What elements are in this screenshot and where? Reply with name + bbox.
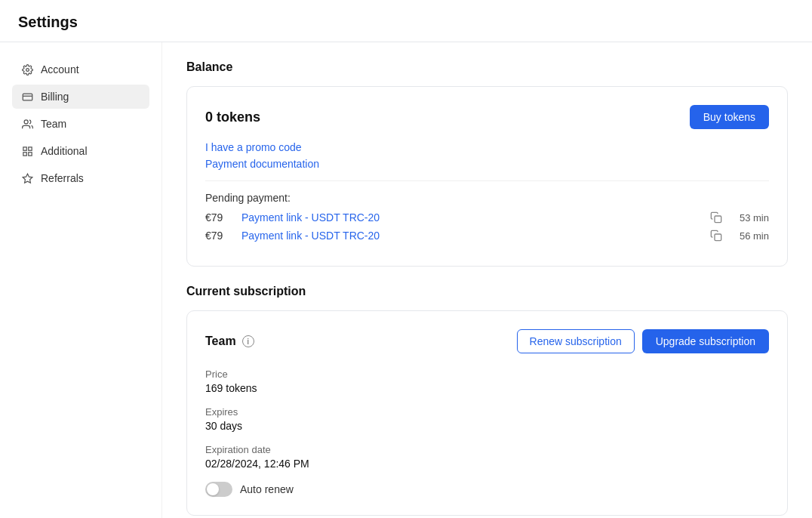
sidebar-item-team[interactable]: Team xyxy=(12,112,149,136)
promo-code-link[interactable]: I have a promo code xyxy=(205,141,769,153)
subscription-section-title: Current subscription xyxy=(186,285,788,298)
svg-point-3 xyxy=(24,119,28,123)
sidebar-item-account[interactable]: Account xyxy=(12,57,149,82)
sidebar: Account Billing Team xyxy=(0,42,162,518)
sidebar-item-account-label: Account xyxy=(41,63,79,76)
gear-icon xyxy=(21,63,33,76)
sidebar-item-additional-label: Additional xyxy=(41,145,88,157)
copy-icon-2[interactable] xyxy=(710,230,722,242)
svg-rect-10 xyxy=(715,234,721,241)
sidebar-item-team-label: Team xyxy=(41,118,66,130)
main-layout: Account Billing Team xyxy=(0,42,812,518)
auto-renew-label: Auto renew xyxy=(240,483,294,495)
expiration-date-field: Expiration date 02/28/2024, 12:46 PM xyxy=(205,444,769,470)
team-icon xyxy=(21,118,33,130)
price-label: Price xyxy=(205,368,769,380)
upgrade-subscription-button[interactable]: Upgrade subscription xyxy=(642,329,769,353)
expires-value: 30 days xyxy=(205,420,769,432)
balance-amount: 0 tokens xyxy=(205,109,260,125)
payment-link-2[interactable]: Payment link - USDT TRC-20 xyxy=(241,230,701,242)
expires-field: Expires 30 days xyxy=(205,406,769,432)
payment-amount-2: €79 xyxy=(205,230,232,242)
price-field: Price 169 tokens xyxy=(205,368,769,394)
payment-docs-link[interactable]: Payment documentation xyxy=(205,158,769,170)
svg-rect-9 xyxy=(715,216,721,223)
svg-rect-7 xyxy=(23,152,26,155)
auto-renew-toggle[interactable] xyxy=(205,482,232,497)
svg-rect-6 xyxy=(28,152,31,155)
top-bar: Settings xyxy=(0,0,812,42)
svg-rect-1 xyxy=(23,94,32,100)
star-icon xyxy=(21,172,33,184)
sidebar-item-referrals-label: Referrals xyxy=(41,172,84,184)
main-content: Balance 0 tokens Buy tokens I have a pro… xyxy=(162,42,812,518)
payment-time-2: 56 min xyxy=(731,230,769,242)
additional-icon xyxy=(21,145,33,157)
svg-point-0 xyxy=(26,68,29,71)
subscription-actions: Renew subscription Upgrade subscription xyxy=(517,329,769,353)
svg-marker-8 xyxy=(23,174,32,183)
subscription-title: Team i xyxy=(205,335,254,348)
subscription-header: Team i Renew subscription Upgrade subscr… xyxy=(205,329,769,353)
sidebar-item-additional[interactable]: Additional xyxy=(12,139,149,163)
buy-tokens-button[interactable]: Buy tokens xyxy=(690,105,769,129)
payment-row-1: €79 Payment link - USDT TRC-20 53 min xyxy=(205,211,769,224)
subscription-card: Team i Renew subscription Upgrade subscr… xyxy=(186,310,788,516)
sidebar-item-billing[interactable]: Billing xyxy=(12,85,149,109)
payment-time-1: 53 min xyxy=(731,212,769,224)
pending-label: Pending payment: xyxy=(205,192,769,204)
app-container: Settings Account Billing xyxy=(0,0,812,518)
auto-renew-row: Auto renew xyxy=(205,482,769,497)
toggle-knob xyxy=(207,483,219,495)
expires-label: Expires xyxy=(205,406,769,418)
info-icon[interactable]: i xyxy=(242,335,254,347)
price-value: 169 tokens xyxy=(205,382,769,394)
expiration-date-label: Expiration date xyxy=(205,444,769,455)
balance-header: 0 tokens Buy tokens xyxy=(205,105,769,129)
payment-link-1[interactable]: Payment link - USDT TRC-20 xyxy=(241,211,701,224)
payment-amount-1: €79 xyxy=(205,211,232,224)
sidebar-item-referrals[interactable]: Referrals xyxy=(12,166,149,190)
expiration-date-value: 02/28/2024, 12:46 PM xyxy=(205,458,769,470)
copy-icon-1[interactable] xyxy=(710,211,722,224)
page-title: Settings xyxy=(18,14,794,31)
payment-row-2: €79 Payment link - USDT TRC-20 56 min xyxy=(205,230,769,242)
svg-rect-5 xyxy=(28,146,31,150)
svg-rect-4 xyxy=(23,146,26,150)
balance-divider xyxy=(205,180,769,181)
billing-icon xyxy=(21,91,33,103)
plan-name: Team xyxy=(205,335,236,348)
renew-subscription-button[interactable]: Renew subscription xyxy=(517,329,635,353)
balance-card: 0 tokens Buy tokens I have a promo code … xyxy=(186,86,788,267)
balance-section-title: Balance xyxy=(186,60,788,74)
sidebar-item-billing-label: Billing xyxy=(41,91,69,103)
